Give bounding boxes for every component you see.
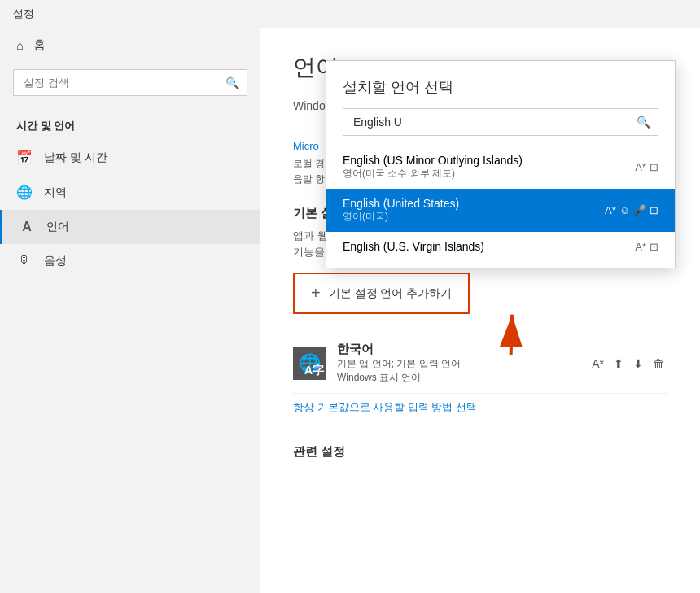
region-label: 지역 bbox=[44, 185, 67, 200]
sidebar-search-icon: 🔍 bbox=[225, 76, 239, 89]
us-minor-caps: A* ⊡ bbox=[635, 161, 658, 173]
sidebar-item-region[interactable]: 🌐 지역 bbox=[0, 175, 260, 210]
us-minor-primary: English (US Minor Outlying Islands) bbox=[343, 154, 523, 167]
sidebar-item-date-time[interactable]: 📅 날짜 및 시간 bbox=[0, 140, 260, 175]
sidebar-section-title: 시간 및 언어 bbox=[0, 109, 260, 140]
vi-caps: A* ⊡ bbox=[635, 241, 658, 253]
date-time-label: 날짜 및 시간 bbox=[44, 150, 107, 165]
vi-cap-a: A* bbox=[635, 241, 646, 253]
vi-text: English (U.S. Virgin Islands) bbox=[343, 240, 484, 253]
micro-text: Micro bbox=[293, 140, 319, 152]
lang-list: English (US Minor Outlying Islands) 영어(미… bbox=[326, 146, 675, 261]
us-secondary: 영어(미국) bbox=[343, 210, 459, 224]
us-cap-face: ☺ bbox=[619, 204, 630, 216]
lang-action-star[interactable]: A* bbox=[588, 354, 607, 373]
date-time-icon: 📅 bbox=[16, 150, 33, 165]
us-cap-ext: ⊡ bbox=[650, 204, 658, 216]
region-icon: 🌐 bbox=[16, 185, 33, 200]
korean-sub2: Windows 표시 언어 bbox=[337, 371, 577, 385]
related-settings-title: 관련 설정 bbox=[293, 444, 667, 460]
dialog-search-container: 🔍 bbox=[343, 108, 658, 136]
cap-icon-ext: ⊡ bbox=[650, 161, 658, 173]
home-label: 홈 bbox=[33, 37, 46, 53]
vi-primary: English (U.S. Virgin Islands) bbox=[343, 240, 484, 253]
us-primary: English (United States) bbox=[343, 197, 459, 210]
sidebar-item-speech[interactable]: 🎙 음성 bbox=[0, 244, 260, 278]
lang-item-korean: 🌐 A字 한국어 기본 앱 언어; 기본 입력 언어 Windows 표시 언어… bbox=[293, 334, 667, 394]
sidebar-search-input[interactable] bbox=[13, 69, 247, 96]
dialog-title: 설치할 언어 선택 bbox=[326, 61, 675, 108]
lang-actions: A* ⬆ ⬇ 🗑 bbox=[588, 354, 667, 373]
add-lang-button[interactable]: + 기본 설정 언어 추가하기 bbox=[293, 273, 470, 314]
lang-select-dialog: 설치할 언어 선택 🔍 English (US Minor Outlying I… bbox=[326, 60, 676, 268]
us-minor-secondary: 영어(미국 소수 외부 제도) bbox=[343, 167, 523, 181]
lang-details-korean: 한국어 기본 앱 언어; 기본 입력 언어 Windows 표시 언어 bbox=[337, 342, 577, 385]
us-cap-mic: 🎤 bbox=[633, 204, 646, 216]
us-cap-a: A* bbox=[605, 204, 616, 216]
dialog-search-input[interactable] bbox=[343, 108, 658, 136]
us-minor-text: English (US Minor Outlying Islands) 영어(미… bbox=[343, 154, 523, 181]
lang-icon-korean: 🌐 A字 bbox=[293, 347, 326, 380]
sidebar-search-container: 🔍 bbox=[13, 69, 247, 96]
a-char: A字 bbox=[304, 364, 324, 378]
us-text: English (United States) 영어(미국) bbox=[343, 197, 459, 224]
language-label: 언어 bbox=[46, 220, 69, 234]
home-icon: ⌂ bbox=[16, 38, 24, 52]
lang-option-virgin-islands[interactable]: English (U.S. Virgin Islands) A* ⊡ bbox=[326, 232, 675, 261]
speech-label: 음성 bbox=[44, 254, 67, 268]
content-area: 언어 Windows 표시 언어 한국어 Micro 로컬 경험 음말 항목으 … bbox=[260, 28, 700, 593]
plus-icon: + bbox=[311, 284, 321, 303]
korean-sub: 기본 앱 언어; 기본 입력 언어 bbox=[337, 357, 577, 371]
sidebar: ⌂ 홈 🔍 시간 및 언어 📅 날짜 및 시간 🌐 지역 A 언어 🎙 음성 bbox=[0, 28, 260, 593]
cap-icon-a: A* bbox=[635, 161, 646, 173]
title-bar: 설정 bbox=[0, 0, 700, 28]
us-caps: A* ☺ 🎤 ⊡ bbox=[605, 204, 658, 216]
lang-option-us-minor[interactable]: English (US Minor Outlying Islands) 영어(미… bbox=[326, 146, 675, 189]
vi-cap-ext: ⊡ bbox=[650, 241, 658, 253]
lang-action-up[interactable]: ⬆ bbox=[610, 354, 627, 373]
title-label: 설정 bbox=[13, 7, 34, 20]
lang-action-remove[interactable]: 🗑 bbox=[650, 354, 667, 373]
sidebar-home[interactable]: ⌂ 홈 bbox=[0, 28, 260, 63]
dialog-search-icon: 🔍 bbox=[637, 116, 650, 129]
speech-icon: 🎙 bbox=[16, 254, 33, 268]
language-icon: A bbox=[19, 220, 35, 234]
sidebar-item-language[interactable]: A 언어 bbox=[0, 210, 260, 244]
input-method-link[interactable]: 항상 기본값으로 사용할 입력 방법 선택 bbox=[293, 400, 477, 415]
lang-option-united-states[interactable]: English (United States) 영어(미국) A* ☺ 🎤 ⊡ bbox=[326, 189, 675, 232]
lang-action-down[interactable]: ⬇ bbox=[630, 354, 646, 373]
add-lang-label: 기본 설정 언어 추가하기 bbox=[329, 286, 453, 301]
